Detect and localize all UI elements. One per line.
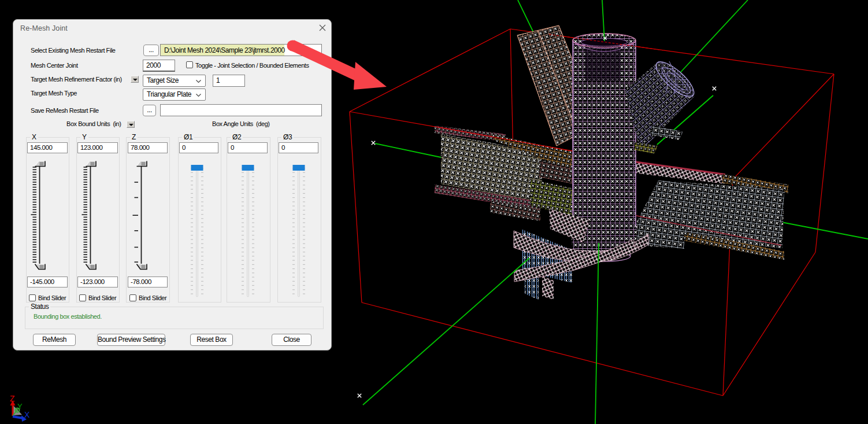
svg-text:X: X bbox=[24, 410, 30, 419]
